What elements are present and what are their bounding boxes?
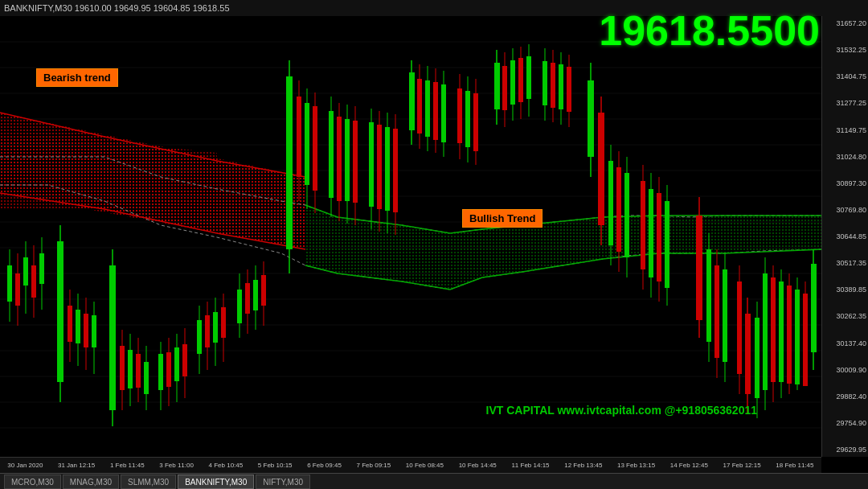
svg-rect-39 (68, 306, 72, 342)
svg-rect-183 (811, 264, 817, 352)
svg-rect-153 (657, 193, 661, 281)
svg-rect-123 (502, 66, 507, 110)
svg-rect-65 (197, 320, 202, 354)
svg-rect-51 (128, 350, 133, 388)
svg-rect-119 (473, 93, 478, 151)
svg-rect-121 (494, 63, 500, 109)
price-level: 31404.75 (824, 72, 866, 80)
time-label: 3 Feb 11:00 (159, 462, 194, 469)
price-level: 31149.75 (824, 126, 866, 134)
bullish-trend-label: Bullish Trend (462, 209, 542, 228)
svg-rect-111 (433, 82, 438, 140)
tab-banknifty-m30[interactable]: BANKNIFTY,M30 (178, 475, 254, 489)
svg-rect-71 (221, 307, 226, 338)
svg-rect-167 (745, 314, 751, 394)
svg-rect-87 (313, 106, 317, 191)
svg-rect-173 (771, 277, 776, 382)
tab-slmm-m30[interactable]: SLMM,M30 (121, 475, 176, 489)
svg-rect-91 (337, 117, 342, 201)
svg-marker-22 (0, 137, 104, 209)
price-level: 30517.35 (824, 259, 866, 267)
svg-rect-117 (465, 91, 470, 147)
svg-rect-135 (559, 64, 563, 109)
svg-rect-69 (213, 312, 218, 343)
svg-rect-31 (23, 257, 28, 286)
svg-rect-43 (84, 314, 88, 347)
svg-rect-161 (714, 265, 719, 358)
time-label: 4 Feb 10:45 (209, 462, 244, 469)
price-level: 30389.85 (824, 286, 866, 294)
tabs-bar: MCRO,M30MNAG,M30SLMM,M30BANKNIFTY,M30NIF… (0, 473, 868, 489)
tab-mnag-m30[interactable]: MNAG,M30 (63, 475, 119, 489)
svg-rect-155 (665, 201, 669, 288)
time-axis: 30 Jan 202031 Jan 12:151 Feb 11:453 Feb … (0, 457, 821, 473)
svg-rect-83 (297, 97, 301, 177)
chart-svg (0, 16, 821, 457)
price-level: 31657.20 (824, 19, 866, 27)
svg-rect-33 (31, 265, 36, 298)
svg-rect-45 (92, 315, 96, 347)
svg-rect-181 (803, 294, 808, 386)
time-label: 31 Jan 12:15 (58, 462, 95, 469)
svg-rect-143 (608, 161, 613, 245)
tab-nifty-m30[interactable]: NIFTY,M30 (256, 475, 310, 489)
time-label: 7 Feb 09:15 (357, 462, 391, 469)
price-axis: 31657.2031532.2531404.7531277.2531149.75… (821, 16, 868, 457)
svg-rect-127 (518, 58, 523, 102)
svg-rect-95 (353, 121, 358, 203)
time-label: 10 Feb 14:45 (459, 462, 497, 469)
svg-rect-105 (409, 72, 415, 130)
svg-rect-63 (182, 344, 187, 376)
svg-rect-171 (763, 273, 768, 390)
svg-rect-129 (526, 56, 531, 99)
svg-rect-131 (542, 61, 547, 105)
time-label: 12 Feb 13:45 (564, 462, 602, 469)
price-level: 29754.90 (824, 419, 866, 427)
price-level: 30262.35 (824, 312, 866, 320)
svg-rect-157 (696, 216, 702, 320)
svg-rect-59 (166, 352, 171, 387)
svg-rect-27 (7, 265, 12, 302)
svg-rect-97 (369, 122, 374, 207)
svg-rect-49 (120, 346, 125, 390)
svg-rect-73 (237, 290, 242, 323)
svg-rect-29 (15, 273, 20, 306)
svg-rect-165 (737, 281, 742, 374)
svg-rect-81 (286, 76, 293, 249)
price-level: 30897.30 (824, 179, 866, 187)
svg-rect-55 (144, 362, 149, 394)
svg-rect-149 (641, 181, 645, 269)
time-label: 30 Jan 2020 (7, 462, 43, 469)
price-level: 31532.25 (824, 46, 866, 54)
bearish-trend-label: Bearish trend (36, 68, 118, 87)
svg-rect-89 (329, 111, 334, 198)
svg-rect-67 (205, 315, 210, 347)
svg-rect-133 (551, 63, 555, 108)
time-label: 18 Feb 11:45 (776, 462, 813, 469)
price-level: 29629.95 (824, 446, 866, 454)
svg-rect-175 (779, 281, 784, 382)
time-label: 14 Feb 12:45 (670, 462, 708, 469)
svg-rect-61 (174, 347, 179, 381)
svg-rect-103 (393, 129, 398, 212)
svg-rect-159 (706, 249, 711, 342)
svg-rect-115 (457, 88, 462, 143)
price-level: 29882.40 (824, 392, 866, 401)
svg-rect-113 (441, 84, 446, 142)
svg-rect-77 (253, 280, 258, 310)
svg-rect-101 (385, 127, 390, 211)
svg-rect-53 (136, 354, 141, 388)
svg-rect-177 (787, 286, 792, 384)
tab-mcro-m30[interactable]: MCRO,M30 (4, 475, 61, 489)
price-level: 31277.25 (824, 99, 866, 107)
svg-rect-99 (377, 125, 382, 209)
chart-container: BANKNIFTY,M30 19610.00 19649.95 19604.85… (0, 0, 868, 489)
svg-rect-107 (417, 79, 422, 134)
watermark: IVT CAPITAL www.ivtcapital.com @+9180563… (486, 404, 757, 417)
svg-rect-151 (649, 189, 653, 277)
time-label: 13 Feb 13:15 (617, 462, 655, 469)
svg-rect-145 (616, 167, 621, 252)
svg-rect-169 (755, 318, 760, 398)
svg-rect-57 (158, 354, 163, 390)
time-label: 10 Feb 08:45 (406, 462, 444, 469)
